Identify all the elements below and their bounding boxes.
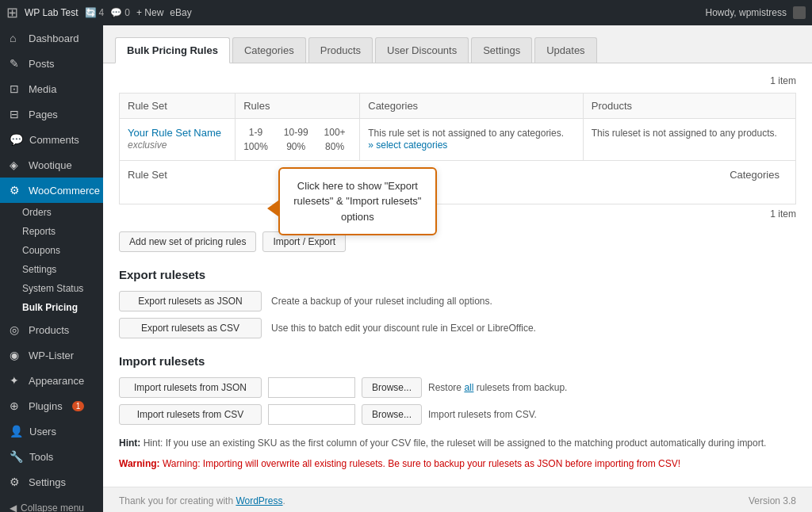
export-json-desc: Create a backup of your ruleset includin… [271, 296, 492, 307]
sidebar-item-label: Tools [29, 451, 53, 463]
sidebar-subitem-settings[interactable]: Settings [0, 260, 103, 279]
tools-icon: 🔧 [10, 450, 23, 463]
rule-set-cell: Your Rule Set Name exclusive [120, 119, 236, 161]
admin-bar: ⊞ WP Lab Test 🔄 4 💬 0 + New eBay Howdy, … [0, 0, 812, 25]
rule-exclusive-label: exclusive [128, 139, 167, 151]
export-csv-desc: Use this to batch edit your discount rul… [271, 323, 536, 334]
categories-cell: This rule set is not assigned to any cat… [360, 119, 584, 161]
tab-settings[interactable]: Settings [471, 37, 532, 63]
users-icon: 👤 [10, 425, 23, 437]
sidebar-item-comments[interactable]: 💬 Comments [0, 127, 103, 152]
sidebar-item-posts[interactable]: ✎ Posts [0, 51, 103, 76]
dashboard-icon: ⌂ [10, 32, 22, 44]
sidebar-item-media[interactable]: ⊡ Media [0, 76, 103, 101]
import-csv-browse-button[interactable]: Browse... [362, 404, 422, 425]
sidebar-item-users[interactable]: 👤 Users [0, 418, 103, 444]
collapse-icon: ◀ [10, 502, 17, 512]
sidebar-item-pages[interactable]: ⊟ Pages [0, 101, 103, 127]
sidebar-item-products[interactable]: ◎ Products [0, 317, 103, 342]
import-csv-file-input[interactable] [268, 404, 355, 425]
pages-icon: ⊟ [10, 108, 22, 120]
restore-all-link[interactable]: all [464, 382, 473, 393]
collapse-menu-button[interactable]: ◀ Collapse menu [0, 495, 103, 512]
rule-name-link[interactable]: Your Rule Set Name [128, 127, 221, 139]
export-csv-row: Export rulesets as CSV Use this to batch… [119, 318, 796, 338]
price-range-10-99: 10-99 90% [284, 127, 308, 152]
sidebar-item-label: Products [29, 324, 69, 336]
tooltip-text: Click here to show "Export rulesets" & "… [293, 180, 421, 223]
tooltip-row: Rule Set Click here to show "Export rule… [120, 161, 796, 204]
col-header-rules: Rules [236, 94, 360, 119]
avatar [793, 6, 806, 19]
sidebar: ⌂ Dashboard ✎ Posts ⊡ Media ⊟ Pages 💬 Co… [0, 25, 103, 512]
sidebar-item-label: Plugins [29, 400, 63, 412]
main-content: Bulk Pricing Rules Categories Products U… [103, 25, 812, 512]
tooltip-container: Rule Set Click here to show "Export rule… [120, 161, 795, 189]
layout: ⌂ Dashboard ✎ Posts ⊡ Media ⊟ Pages 💬 Co… [0, 25, 812, 512]
tab-user-discounts[interactable]: User Discounts [375, 37, 469, 63]
sidebar-subitem-bulk-pricing[interactable]: Bulk Pricing [0, 298, 103, 317]
sidebar-subitem-reports[interactable]: Reports [0, 222, 103, 241]
export-csv-button[interactable]: Export rulesets as CSV [119, 318, 262, 338]
tab-categories[interactable]: Categories [232, 37, 306, 63]
select-categories-link[interactable]: » select categories [368, 139, 447, 151]
import-csv-button[interactable]: Import rulesets from CSV [119, 404, 262, 425]
price-range-100plus: 100+ 80% [324, 127, 346, 152]
price-range-1-9: 1-9 100% [243, 127, 268, 152]
wplister-icon: ◉ [10, 349, 22, 361]
sidebar-item-label: Appearance [29, 375, 84, 387]
wp-logo-icon: ⊞ [6, 4, 18, 21]
footer-version: Version 3.8 [749, 495, 796, 506]
wordpress-link[interactable]: WordPress [236, 495, 282, 506]
wootique-icon: ◈ [10, 159, 22, 171]
col-header-products: Products [583, 94, 795, 119]
export-section-title: Export rulesets [119, 268, 796, 281]
export-json-button[interactable]: Export rulesets as JSON [119, 291, 262, 311]
tab-products[interactable]: Products [308, 37, 373, 63]
sidebar-subitem-orders[interactable]: Orders [0, 203, 103, 222]
empty-rule-set-label: Rule Set [128, 169, 167, 181]
sidebar-item-woocommerce[interactable]: ⚙ WooCommerce [0, 178, 103, 203]
sidebar-item-tools[interactable]: 🔧 Tools [0, 444, 103, 469]
site-name[interactable]: WP Lab Test [25, 7, 79, 18]
sidebar-item-appearance[interactable]: ✦ Appearance [0, 368, 103, 393]
price-ranges: 1-9 100% 10-99 90% 100+ 80% [243, 127, 351, 152]
appearance-icon: ✦ [10, 374, 22, 387]
import-json-row: Import rulesets from JSON Browse... Rest… [119, 377, 796, 398]
table-row: Your Rule Set Name exclusive 1-9 100% 10 [120, 119, 796, 161]
sidebar-item-label: Pages [29, 109, 58, 120]
page-body: 1 item Rule Set Rules Categories Product… [103, 63, 812, 487]
import-csv-row: Import rulesets from CSV Browse... Impor… [119, 404, 796, 425]
sidebar-subitem-coupons[interactable]: Coupons [0, 241, 103, 260]
import-json-desc: Restore all rulesets from backup. [428, 382, 567, 393]
import-json-file-input[interactable] [268, 377, 355, 398]
plugins-icon: ⊕ [10, 399, 22, 412]
sidebar-item-plugins[interactable]: ⊕ Plugins 1 [0, 393, 103, 418]
sidebar-item-wp-lister[interactable]: ◉ WP-Lister [0, 342, 103, 368]
howdy-greeting: Howdy, wpmistress [706, 7, 787, 18]
media-icon: ⊡ [10, 82, 22, 95]
sidebar-item-label: WP-Lister [29, 350, 74, 361]
products-text: This ruleset is not assigned to any prod… [592, 128, 777, 139]
updates-count[interactable]: 🔄 4 [85, 7, 105, 18]
sidebar-item-dashboard[interactable]: ⌂ Dashboard [0, 25, 103, 51]
sidebar-item-wootique[interactable]: ◈ Wootique [0, 152, 103, 178]
import-section-title: Import rulesets [119, 354, 796, 368]
sidebar-item-settings[interactable]: ⚙ Settings [0, 469, 103, 495]
new-button[interactable]: + New [136, 7, 163, 18]
import-json-button[interactable]: Import rulesets from JSON [119, 377, 262, 398]
sidebar-item-label: Comments [29, 134, 79, 146]
add-new-pricing-button[interactable]: Add new set of pricing rules [119, 231, 256, 252]
sidebar-subitem-system-status[interactable]: System Status [0, 279, 103, 298]
categories-text: This rule set is not assigned to any cat… [368, 128, 564, 139]
products-cell: This ruleset is not assigned to any prod… [583, 119, 795, 161]
item-count-bottom: 1 item [119, 208, 796, 220]
settings-icon: ⚙ [10, 476, 22, 488]
import-json-browse-button[interactable]: Browse... [362, 377, 422, 398]
ebay-link[interactable]: eBay [170, 7, 191, 18]
comments-count[interactable]: 💬 0 [110, 7, 130, 18]
action-row: Add new set of pricing rules Import / Ex… [119, 231, 796, 252]
tab-bulk-pricing-rules[interactable]: Bulk Pricing Rules [115, 37, 230, 63]
posts-icon: ✎ [10, 57, 22, 70]
tab-updates[interactable]: Updates [534, 37, 596, 63]
